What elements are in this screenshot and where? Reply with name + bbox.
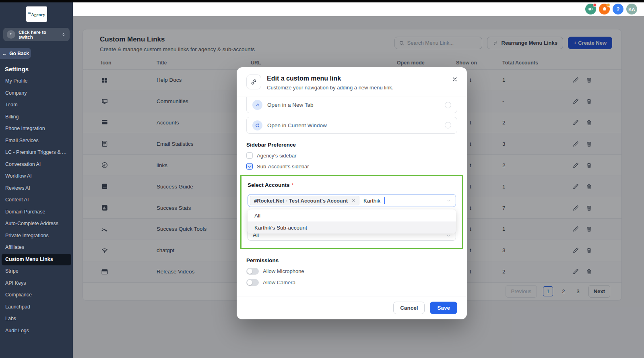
modal-footer: Cancel Save: [237, 296, 467, 319]
sidebar-item-auto-complete-address[interactable]: Auto-Complete Address: [2, 218, 71, 230]
bell-icon: [602, 6, 607, 12]
select-accounts-highlight-box: Select Accounts* #Rocket.Net - Test Acco…: [240, 175, 463, 249]
radio-button[interactable]: [445, 102, 451, 108]
close-icon[interactable]: [452, 76, 458, 83]
sidebar-item-launchpad[interactable]: Launchpad: [2, 301, 71, 313]
megaphone-icon: [588, 6, 594, 12]
toggle-row-allow-camera: Allow Camera: [246, 279, 457, 286]
select-accounts-label: Select Accounts: [248, 182, 290, 188]
modal-subtitle: Customize your navigation by adding a ne…: [267, 85, 393, 91]
remove-tag-icon[interactable]: [351, 199, 355, 203]
chevron-down-icon: [446, 198, 451, 203]
account-switcher-label: Click here to switch: [19, 30, 58, 39]
sidebar-item-private-integrations[interactable]: Private Integrations: [2, 230, 71, 242]
settings-nav: My ProfileCompanyTeamBillingPhone Integr…: [0, 75, 73, 337]
toggle-label: Allow Camera: [263, 279, 295, 286]
refresh-icon: [252, 120, 262, 130]
sidebar-item-labs[interactable]: Labs: [2, 313, 71, 325]
permissions-label: Permissions: [246, 257, 457, 263]
sidebar-item-content-ai[interactable]: Content AI: [2, 194, 71, 206]
notifications-button[interactable]: [599, 4, 610, 14]
accounts-multiselect[interactable]: #Rocket.Net - Test Account's Account Kar…: [248, 194, 456, 207]
accounts-dropdown: AllKarthik's Sub-account: [248, 209, 456, 234]
allow-microphone-toggle[interactable]: [246, 268, 259, 275]
sidebar-item-conversation-ai[interactable]: Conversation AI: [2, 159, 71, 171]
option-label: Open in a New Tab: [267, 102, 440, 108]
sidebar-item-lc-premium-triggers-acti[interactable]: LC - Premium Triggers & Acti...: [2, 147, 71, 159]
agency-logo: theAgency: [26, 6, 47, 22]
account-switcher[interactable]: Click here to switch: [3, 28, 70, 41]
link-icon: [246, 74, 261, 89]
switch-pointer-icon: [7, 30, 15, 39]
sidebar-item-workflow-ai[interactable]: Workflow AI: [2, 170, 71, 182]
topbar: ? KA: [73, 2, 644, 16]
modal-header: Edit a custom menu link Customize your n…: [237, 67, 467, 97]
announcement-badge: [593, 3, 597, 7]
sidebar-item-compliance[interactable]: Compliance: [2, 289, 71, 301]
sidebar-item-team[interactable]: Team: [2, 99, 71, 111]
open-mode-option-open-in-current-window[interactable]: Open in Current Window: [246, 117, 457, 134]
toggle-row-allow-microphone: Allow Microphone: [246, 268, 457, 275]
open-mode-option-open-in-a-new-tab[interactable]: Open in a New Tab: [246, 97, 457, 113]
sidebar-item-audit-logs[interactable]: Audit Logs: [2, 325, 71, 337]
chevron-up-down-icon: [61, 31, 66, 38]
arrow-up-right-icon: [252, 100, 262, 110]
sidebar-item-company[interactable]: Company: [2, 87, 71, 99]
sidebar-item-domain-purchase[interactable]: Domain Purchase: [2, 206, 71, 218]
sidebar-preference-label: Sidebar Preference: [246, 142, 457, 148]
modal-title: Edit a custom menu link: [267, 74, 393, 82]
sidebar-item-billing[interactable]: Billing: [2, 111, 71, 123]
settings-heading: Settings: [5, 66, 73, 72]
sidebar-item-email-services[interactable]: Email Services: [2, 135, 71, 147]
selected-account-tag: #Rocket.Net - Test Account's Account: [250, 196, 359, 205]
chevron-down-icon: [446, 233, 451, 238]
modal-body: Open in a New TabOpen in Current Window …: [237, 97, 467, 296]
radio-button[interactable]: [445, 122, 451, 128]
checkbox-agency-s-sidebar[interactable]: Agency's sidebar: [246, 152, 457, 159]
text-cursor: [384, 197, 385, 204]
edit-custom-menu-link-modal: Edit a custom menu link Customize your n…: [237, 67, 467, 319]
checkbox-label: Sub-Account's sidebar: [257, 163, 309, 170]
sidebar-item-api-keys[interactable]: API Keys: [2, 277, 71, 290]
sidebar-item-affiliates[interactable]: Affiliates: [2, 242, 71, 254]
dropdown-option-all[interactable]: All: [248, 209, 456, 221]
sidebar-item-reviews-ai[interactable]: Reviews AI: [2, 182, 71, 195]
sidebar-item-stripe[interactable]: Stripe: [2, 265, 71, 277]
sidebar-item-phone-integration[interactable]: Phone Integration: [2, 123, 71, 135]
allow-camera-toggle[interactable]: [246, 279, 259, 286]
sidebar-item-custom-menu-links[interactable]: Custom Menu Links: [2, 254, 71, 266]
multiselect-typed-text: Karthik: [363, 198, 380, 204]
sidebar-item-my-profile[interactable]: My Profile: [2, 75, 71, 87]
user-avatar[interactable]: KA: [626, 4, 637, 14]
announcements-button[interactable]: [585, 4, 596, 14]
checkbox-checked-icon[interactable]: [246, 163, 253, 170]
dropdown-option-karthik-s-sub-account[interactable]: Karthik's Sub-account: [248, 221, 456, 234]
notification-badge: [607, 3, 610, 7]
checkbox-sub-account-s-sidebar[interactable]: Sub-Account's sidebar: [246, 163, 457, 170]
toggle-label: Allow Microphone: [263, 268, 304, 274]
select-accounts-label-row: Select Accounts*: [248, 181, 456, 188]
required-asterisk: *: [292, 182, 294, 188]
back-arrow-icon: ←: [2, 51, 7, 56]
save-button[interactable]: Save: [430, 302, 457, 314]
option-label: Open in Current Window: [267, 122, 440, 128]
help-button[interactable]: ?: [613, 4, 623, 14]
cancel-button[interactable]: Cancel: [393, 302, 425, 314]
window-top-strip: [0, 0, 644, 2]
agency-logo-text: theAgency: [28, 12, 45, 17]
sidebar: theAgency Click here to switch ← Go Back…: [0, 2, 73, 358]
checkbox-unchecked-icon[interactable]: [246, 152, 253, 159]
agency-logo-prefix: the: [28, 12, 31, 14]
checkbox-label: Agency's sidebar: [257, 153, 297, 159]
go-back-button[interactable]: ← Go Back: [0, 48, 31, 59]
